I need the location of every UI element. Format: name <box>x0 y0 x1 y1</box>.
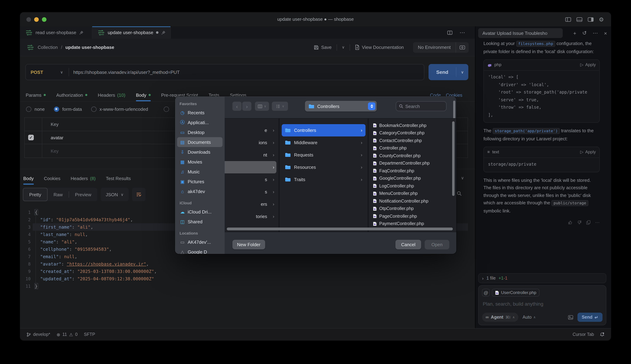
editor-tab[interactable]: HTTPread user-shopbase <box>20 26 92 39</box>
file-row[interactable]: LogController.php <box>369 182 456 190</box>
file-row[interactable]: ContactController.php <box>369 137 456 144</box>
send-options-chevron-icon[interactable]: ∨ <box>456 64 468 80</box>
editor-tab[interactable]: HTTPupdate user-shopbase <box>92 26 171 39</box>
request-tab-body[interactable]: Body <box>136 89 150 101</box>
body-mode-option[interactable]: form-data <box>54 106 82 112</box>
key-placeholder[interactable]: Key <box>42 148 59 154</box>
view-pretty[interactable]: Pretty <box>23 188 48 201</box>
body-mode-option[interactable]: x-www-form-urlencoded <box>91 106 148 112</box>
file-row[interactable]: PaymentController.php <box>369 220 456 228</box>
method-select[interactable]: POST <box>26 70 60 75</box>
thumbs-up-icon[interactable] <box>568 220 572 225</box>
mention-button[interactable]: @ <box>482 289 490 296</box>
parent-folder-row[interactable]: e› <box>225 124 279 136</box>
sidebar-item-downloads[interactable]: ⇩Downloads <box>177 147 223 157</box>
body-mode-option[interactable] <box>163 106 169 112</box>
response-tab-cookies[interactable]: Cookies <box>44 172 60 185</box>
files-scrollbar[interactable] <box>452 121 455 196</box>
response-tab-body[interactable]: Body <box>23 172 34 185</box>
send-button[interactable]: Send ∨ <box>429 64 468 80</box>
history-icon[interactable]: ↺ <box>582 30 587 36</box>
file-row[interactable]: BookmarkController.php <box>369 122 456 129</box>
close-panel-icon[interactable]: × <box>604 30 607 36</box>
response-tab-headers[interactable]: Headers(8) <box>71 172 96 185</box>
context-file-chip[interactable]: UserController.php <box>492 289 539 296</box>
sidebar-item-laptop[interactable]: ▭AK47dev'... <box>177 237 223 247</box>
request-tab-authorization[interactable]: Authorization <box>56 89 87 101</box>
radio-icon[interactable] <box>54 106 59 112</box>
sidebar-item-icloud-drive[interactable]: ☁iCloud Dri... <box>177 207 223 217</box>
radio-icon[interactable] <box>163 106 169 112</box>
assistant-chat-tab[interactable]: Avatar Upload Issue Troublesho <box>478 28 563 38</box>
sidebar-item-desktop[interactable]: ▭Desktop <box>177 127 223 137</box>
parent-folder-row[interactable]: tories› <box>225 210 279 222</box>
cursor-tab-label[interactable]: Cursor Tab <box>572 332 594 337</box>
folder-row[interactable]: Traits› <box>282 174 365 186</box>
problems-item[interactable]: ⊗ 11 ⚠ 0 <box>57 332 77 337</box>
body-mode-option[interactable]: none <box>26 106 45 112</box>
parent-folder-row[interactable]: › <box>225 161 276 174</box>
message-more-icon[interactable]: ⋯ <box>595 219 600 226</box>
split-view-icon[interactable] <box>447 30 453 35</box>
code-content[interactable]: storage/app/private <box>484 158 599 172</box>
file-row[interactable]: PageController.php <box>369 212 456 220</box>
file-row[interactable]: OtpController.php <box>369 205 456 212</box>
file-row[interactable]: FaqController.php <box>369 167 456 174</box>
response-tab-test-results[interactable]: Test Results <box>106 172 131 185</box>
row-checkbox[interactable]: ✓ <box>28 135 34 140</box>
location-dropdown[interactable]: Controllers <box>305 101 377 112</box>
new-chat-icon[interactable]: + <box>573 30 576 36</box>
attach-image-icon[interactable] <box>568 315 573 320</box>
collapse-response-chevron-icon[interactable]: ∨ <box>461 176 464 180</box>
forward-button[interactable]: › <box>242 102 251 111</box>
folder-row[interactable]: Controllers› <box>282 124 365 136</box>
radio-icon[interactable] <box>91 106 96 112</box>
chat-composer[interactable]: @ UserController.php Plan, search, build… <box>478 285 606 325</box>
search-response-icon[interactable] <box>457 191 462 196</box>
chat-more-icon[interactable]: ⋯ <box>593 30 598 36</box>
view-preview[interactable]: Preview <box>69 188 97 201</box>
sidebar-item-pictures[interactable]: ▣Pictures <box>177 176 223 186</box>
row-key-value[interactable]: avatar <box>42 135 63 140</box>
sidebar-item-movies[interactable]: ▦Movies <box>177 157 223 167</box>
radio-icon[interactable] <box>26 106 31 112</box>
folder-row[interactable]: Middleware› <box>282 136 365 149</box>
environment-selector[interactable]: No Environment <box>413 42 469 52</box>
model-select[interactable]: Auto ∧ <box>523 315 536 320</box>
file-row[interactable]: MenuController.php <box>369 190 456 197</box>
parent-folder-row[interactable]: s› <box>225 186 279 198</box>
split-horizontal-icon[interactable] <box>576 17 582 22</box>
cancel-button[interactable]: Cancel <box>395 240 421 249</box>
sidebar-item-shared-folder[interactable]: ◫Shared <box>177 217 223 226</box>
view-raw[interactable]: Raw <box>48 188 69 201</box>
column-view-button[interactable]: ∨ <box>255 102 269 111</box>
dialog-search-field[interactable]: Search <box>396 101 447 111</box>
file-row[interactable]: NotificationController.php <box>369 197 456 205</box>
sidebar-item-music[interactable]: ♫Music <box>177 167 223 176</box>
file-row[interactable]: DepartmentController.php <box>369 160 456 167</box>
view-documentation-button[interactable]: View Documentation <box>355 45 404 50</box>
url-input[interactable]: https://shopbase.vianadev.ir/api/user?_m… <box>73 70 179 75</box>
open-button[interactable]: Open <box>425 240 449 249</box>
sidebar-item-applications[interactable]: ⒶApplicati... <box>177 118 223 127</box>
protocol-item[interactable]: SFTP <box>84 332 95 337</box>
group-view-button[interactable]: ∨ <box>272 102 288 111</box>
new-folder-button[interactable]: New Folder <box>232 240 265 249</box>
sidebar-item-google-drive[interactable]: △Google D <box>177 247 223 254</box>
parent-folder-row[interactable]: nt› <box>225 149 279 161</box>
parent-folder-row[interactable]: ers› <box>225 198 279 210</box>
environment-eye-icon[interactable] <box>456 42 469 52</box>
changed-files-bar[interactable]: › 1 file +1-1 <box>478 273 606 283</box>
composer-placeholder[interactable]: Plan, search, build anything <box>479 296 606 307</box>
save-button[interactable]: Save <box>314 45 332 50</box>
columns-horizontal-scrollbar[interactable] <box>227 228 453 230</box>
bell-icon[interactable] <box>600 332 604 337</box>
save-dropdown-chevron-icon[interactable]: ∨ <box>342 45 345 50</box>
apply-button[interactable]: ▷ Apply <box>580 148 596 156</box>
split-vertical-icon[interactable] <box>565 17 571 22</box>
copy-icon[interactable] <box>586 220 590 225</box>
file-row[interactable]: CategoryController.php <box>369 129 456 137</box>
sidebar-item-recents[interactable]: ◷Recents <box>177 108 223 118</box>
parent-folder-row[interactable]: es› <box>225 222 279 232</box>
right-panel-icon[interactable] <box>587 17 593 22</box>
